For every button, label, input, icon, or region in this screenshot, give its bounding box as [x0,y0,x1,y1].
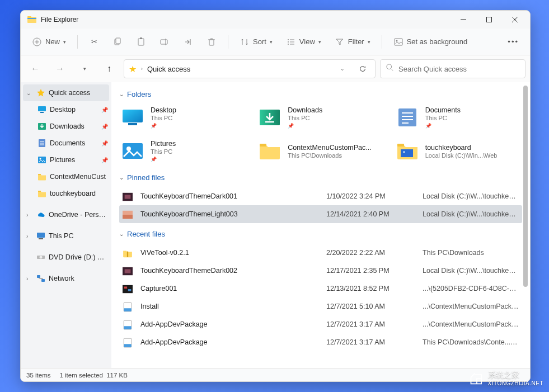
chevron-icon: › [26,276,33,282]
desktop-icon [121,106,144,129]
svg-rect-42 [37,233,45,238]
sidebar-item-network[interactable]: ›Network [21,270,111,287]
sidebar-item-touchkeyboard[interactable]: touchkeyboard [21,185,111,202]
section-title: Folders [127,90,151,98]
pin-icon: 📌 [151,123,176,129]
filter-button[interactable]: Filter ▾ [329,32,376,51]
thispc-icon [36,232,45,240]
sidebar-item-desktop[interactable]: Desktop📌 [21,101,111,118]
rename-button[interactable] [154,32,175,51]
documents-icon [396,106,419,129]
new-button[interactable]: New ▾ [26,32,72,51]
file-row[interactable]: Capture001 12/13/2021 8:52 PM ...\{5205D… [119,280,522,297]
img-light-icon [123,210,134,219]
recent-section-header[interactable]: ⌄ Recent files [119,230,522,238]
folder-icon [37,172,46,181]
folder-item[interactable]: Downloads This PC 📌 [256,104,384,131]
folder-item[interactable]: Documents This PC 📌 [394,104,522,131]
sidebar-item-label: Documents [50,139,98,147]
maximize-button[interactable] [476,11,502,29]
folder-item[interactable]: Pictures This PC 📌 [119,138,247,164]
file-row[interactable]: TouchKeyboardThemeDark001 1/10/2022 3:24… [119,187,522,205]
sort-button[interactable]: Sort ▾ [234,32,278,51]
view-button[interactable]: View ▾ [280,32,327,51]
desktop-icon [37,105,46,114]
svg-rect-68 [123,215,133,219]
app-icon [27,15,36,24]
close-button[interactable] [502,11,528,29]
recent-locations-button[interactable]: ▾ [74,60,95,78]
folders-section-header[interactable]: ⌄ Folders [119,90,522,98]
back-button[interactable]: ← [25,60,45,78]
network-icon [36,274,45,283]
file-row[interactable]: ViVeTool-v0.2.1 2/20/2022 2:22 AM This P… [119,244,522,262]
chevron-down-icon: ⌄ [119,91,124,97]
view-label: View [299,37,315,46]
window-title: File Explorer [41,16,451,23]
address-bar[interactable]: ★ › Quick access ⌄ [124,59,376,78]
file-row[interactable]: TouchKeyboardThemeDark002 12/17/2021 2:3… [119,262,522,280]
file-date: 12/17/2021 2:35 PM [326,267,416,275]
file-path: This PC\Downloads\Conte...\en-US [423,338,519,346]
more-button[interactable]: ••• [502,32,524,51]
svg-rect-78 [124,326,132,329]
file-name: TouchKeyboardThemeDark002 [140,267,320,275]
sidebar-item-label: Desktop [50,106,98,114]
scrollbar-thumb[interactable] [523,86,528,287]
sidebar-item-label: This PC [49,232,108,240]
toolbar: New ▾ ✂ Sort ▾ View ▾ Filter ▾ Set as ba [21,29,530,55]
file-row[interactable]: Add-AppDevPackage 12/7/2021 3:17 AM ...\… [119,315,522,333]
sidebar-item-onedrive-personal[interactable]: ›OneDrive - Personal [21,206,111,223]
pinned-section-header[interactable]: ⌄ Pinned files [119,173,522,182]
onedrive-icon [36,210,45,219]
chevron-icon: › [26,233,33,239]
svg-rect-50 [128,123,137,125]
sidebar-item-this-pc[interactable]: ›This PC [21,228,111,244]
scrollbar[interactable] [523,86,529,365]
watermark-text: 系统之家 [488,370,519,379]
folder-item[interactable]: touchkeyboard Local Disk (C:)\Win...\Web [394,138,522,164]
svg-rect-73 [124,287,127,289]
sidebar-item-pictures[interactable]: Pictures📌 [21,152,111,168]
forward-button[interactable]: → [50,60,70,78]
watermark: 系统之家 XITONGZHIJIA.NET [469,370,544,386]
folder-item[interactable]: Desktop This PC 📌 [119,104,247,131]
recent-list: ViVeTool-v0.2.1 2/20/2022 2:22 AM This P… [119,244,522,351]
folder-location: This PC [288,115,322,121]
svg-rect-49 [123,110,143,122]
copy-button[interactable] [107,32,128,51]
folder-item[interactable]: ContextMenuCustomPac... This PC\Download… [256,138,384,164]
file-date: 12/7/2021 5:10 AM [326,303,416,310]
file-name: Add-AppDevPackage [140,338,320,346]
navigation-row: ← → ▾ ↑ ★ › Quick access ⌄ [21,55,530,82]
svg-rect-41 [38,191,41,192]
file-row[interactable]: Install 12/7/2021 5:10 AM ...\ContextMen… [119,297,522,315]
sidebar-item-quick-access[interactable]: ⌄Quick access [23,84,109,101]
file-row[interactable]: TouchKeyboardThemeLight003 12/14/2021 2:… [119,205,522,223]
delete-button[interactable] [201,32,222,51]
pin-icon: 📌 [151,157,176,162]
up-button[interactable]: ↑ [99,60,119,78]
sidebar-item-dvd-drive-d-ccco[interactable]: DVD Drive (D:) CCCO [21,249,111,266]
search-input[interactable] [398,65,519,73]
minimize-button[interactable] [451,11,476,29]
svg-rect-14 [161,40,167,44]
share-button[interactable] [177,32,199,51]
search-box[interactable] [380,59,525,78]
cut-button[interactable]: ✂ [83,32,105,51]
address-dropdown-button[interactable]: ⌄ [335,66,350,72]
sidebar-item-documents[interactable]: Documents📌 [21,135,111,152]
file-row[interactable]: Add-AppDevPackage 12/7/2021 3:17 AM This… [119,333,522,351]
chevron-down-icon: ▾ [63,39,66,45]
ps1-icon [123,302,134,311]
sidebar-item-downloads[interactable]: Downloads📌 [21,118,111,135]
set-background-button[interactable]: Set as background [388,32,473,51]
setbg-label: Set as background [407,37,467,46]
separator [228,35,228,49]
paste-button[interactable] [130,32,152,51]
sidebar-item-contextmenucust[interactable]: ContextMenuCust [21,168,111,185]
svg-rect-74 [128,289,131,291]
trash-icon [207,37,217,47]
file-date: 12/13/2021 8:52 PM [326,285,416,292]
refresh-button[interactable] [355,65,370,73]
